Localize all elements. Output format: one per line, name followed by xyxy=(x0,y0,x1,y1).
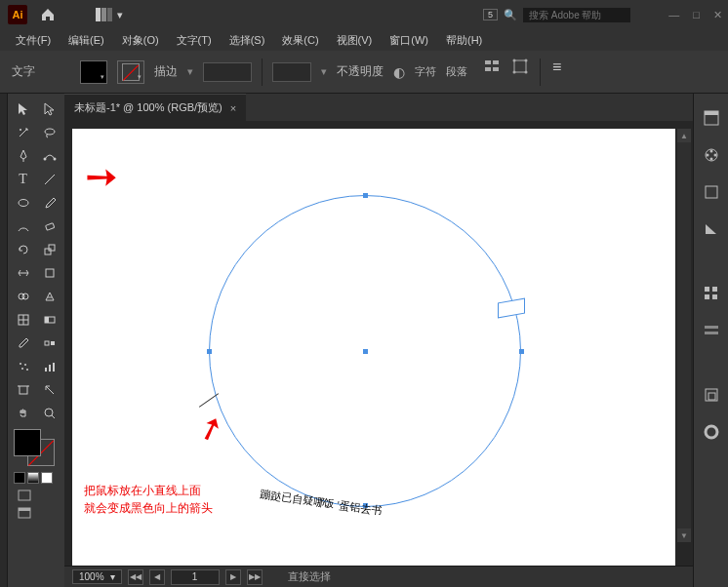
menu-type[interactable]: 文字(T) xyxy=(169,31,220,50)
scroll-up-icon[interactable]: ▲ xyxy=(677,129,691,142)
screen-mode-icon[interactable] xyxy=(18,507,62,519)
globe-icon[interactable]: ◐ xyxy=(393,64,405,80)
swatches-panel-icon[interactable] xyxy=(701,283,722,304)
stroke-weight-select[interactable] xyxy=(203,62,252,82)
svg-point-51 xyxy=(709,158,712,161)
home-icon[interactable] xyxy=(39,6,57,23)
symbols-panel-icon[interactable] xyxy=(701,384,722,406)
svg-rect-0 xyxy=(96,8,101,21)
perspective-tool[interactable] xyxy=(36,285,62,308)
direct-selection-tool[interactable] xyxy=(36,98,62,121)
minimize-button[interactable]: — xyxy=(668,9,679,21)
anchor-top[interactable] xyxy=(363,193,368,198)
menu-effect[interactable]: 效果(C) xyxy=(274,31,326,50)
center-point[interactable] xyxy=(363,349,368,354)
shaper-tool[interactable] xyxy=(10,215,36,238)
menu-view[interactable]: 视图(V) xyxy=(329,31,381,50)
chevron-down-icon[interactable]: ▾ xyxy=(187,65,193,78)
search-input[interactable] xyxy=(523,8,630,22)
brush-select[interactable] xyxy=(272,62,311,82)
last-page-button[interactable]: ▶▶ xyxy=(247,569,263,585)
mesh-tool[interactable] xyxy=(10,308,36,332)
svg-rect-2 xyxy=(107,8,112,21)
title-bar: Ai ▾ 5 🔍 — □ ✕ xyxy=(0,0,728,29)
first-page-button[interactable]: ◀◀ xyxy=(128,569,143,585)
svg-point-8 xyxy=(513,59,516,61)
search-area: 5 🔍 xyxy=(483,8,630,22)
brushes-panel-icon[interactable] xyxy=(701,320,722,341)
paintbrush-tool[interactable] xyxy=(36,191,62,215)
libraries-panel-icon[interactable] xyxy=(701,218,722,240)
align-icon[interactable] xyxy=(485,59,501,86)
path-type-marker[interactable] xyxy=(498,298,525,319)
stroke-panel-icon[interactable] xyxy=(701,421,722,443)
document-tab[interactable]: 未标题-1* @ 100% (RGB/预览) × xyxy=(64,94,246,121)
anchor-left[interactable] xyxy=(207,349,212,354)
search-icon[interactable]: 🔍 xyxy=(504,9,517,21)
menu-object[interactable]: 对象(O) xyxy=(114,31,167,50)
svg-point-9 xyxy=(525,59,528,61)
anchor-right[interactable] xyxy=(519,349,524,354)
maximize-button[interactable]: □ xyxy=(693,9,700,21)
artboard-tool[interactable] xyxy=(10,378,36,402)
color-mode-gradient[interactable] xyxy=(27,472,39,484)
prev-page-button[interactable]: ◀ xyxy=(149,569,165,585)
eraser-tool[interactable] xyxy=(36,215,62,238)
svg-point-62 xyxy=(706,426,717,438)
ellipse-tool[interactable] xyxy=(10,191,36,215)
scroll-down-icon[interactable]: ▼ xyxy=(677,528,691,542)
layout-switcher[interactable]: ▾ xyxy=(96,8,123,21)
menu-window[interactable]: 窗口(W) xyxy=(382,31,436,50)
shape-builder-tool[interactable] xyxy=(10,285,36,308)
svg-rect-29 xyxy=(45,341,49,345)
menu-file[interactable]: 文件(F) xyxy=(8,31,59,50)
draw-normal-icon[interactable] xyxy=(18,489,62,501)
paragraph-link[interactable]: 段落 xyxy=(446,64,467,79)
color-panel-icon[interactable] xyxy=(701,144,722,166)
menu-edit[interactable]: 编辑(E) xyxy=(61,31,112,50)
blend-tool[interactable] xyxy=(36,332,62,355)
svg-point-11 xyxy=(525,70,528,73)
slice-tool[interactable] xyxy=(36,378,62,402)
fill-color[interactable] xyxy=(14,429,41,456)
rotate-tool[interactable] xyxy=(10,238,36,261)
fill-swatch[interactable]: ▾ xyxy=(80,60,107,84)
eyedropper-tool[interactable] xyxy=(10,332,36,355)
hand-tool[interactable] xyxy=(10,402,36,425)
menu-select[interactable]: 选择(S) xyxy=(222,31,273,50)
next-page-button[interactable]: ▶ xyxy=(225,569,241,585)
curvature-tool[interactable] xyxy=(36,144,62,168)
zoom-tool[interactable] xyxy=(36,402,62,425)
color-mode-solid[interactable] xyxy=(14,472,25,484)
close-button[interactable]: ✕ xyxy=(713,9,722,21)
tab-close-icon[interactable]: × xyxy=(230,102,236,114)
svg-rect-28 xyxy=(45,317,49,323)
properties-panel-icon[interactable] xyxy=(701,107,722,129)
menu-help[interactable]: 帮助(H) xyxy=(438,31,490,50)
scale-tool[interactable] xyxy=(36,238,62,261)
gradient-tool[interactable] xyxy=(36,308,62,332)
magic-wand-tool[interactable] xyxy=(10,121,36,144)
line-tool[interactable] xyxy=(36,168,62,191)
selection-tool[interactable] xyxy=(10,98,36,121)
page-number-input[interactable] xyxy=(171,569,220,585)
free-transform-tool[interactable] xyxy=(36,261,62,285)
type-tool[interactable]: T xyxy=(10,168,36,191)
canvas[interactable]: ➘ ➚ 把鼠标放在小直线上面 就会变成黑色向上的箭头 蹦跶已自疑哪饭 '蛋铝去书 xyxy=(72,129,675,566)
zoom-level[interactable]: 100%▾ xyxy=(72,569,122,584)
layers-panel-icon[interactable] xyxy=(701,181,722,203)
column-graph-tool[interactable] xyxy=(36,355,62,378)
symbol-sprayer-tool[interactable] xyxy=(10,355,36,378)
pen-tool[interactable] xyxy=(10,144,36,168)
stroke-swatch[interactable]: ▾ xyxy=(117,60,144,84)
width-tool[interactable] xyxy=(10,261,36,285)
chevron-down-icon[interactable]: ▾ xyxy=(321,65,327,78)
canvas-wrap: ➘ ➚ 把鼠标放在小直线上面 就会变成黑色向上的箭头 蹦跶已自疑哪饭 '蛋铝去书… xyxy=(64,121,693,566)
svg-point-13 xyxy=(45,129,55,135)
color-mode-none[interactable] xyxy=(41,472,53,484)
lasso-tool[interactable] xyxy=(36,121,62,144)
scrollbar-vertical[interactable]: ▲ ▼ xyxy=(677,129,691,542)
transform-icon[interactable] xyxy=(512,59,528,86)
character-link[interactable]: 字符 xyxy=(415,64,436,79)
prefs-icon[interactable]: ≡ xyxy=(552,59,561,86)
